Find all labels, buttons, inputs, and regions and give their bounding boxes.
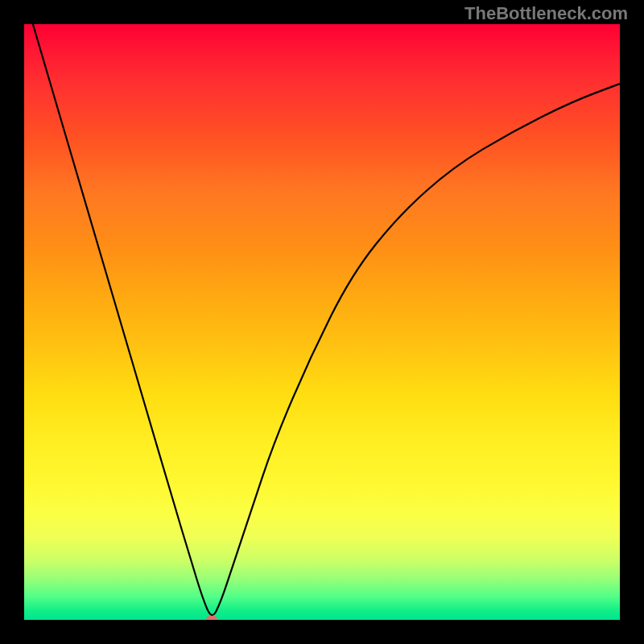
chart-curve-path <box>24 24 620 615</box>
chart-curve-svg <box>24 24 620 620</box>
watermark-text: TheBottleneck.com <box>464 3 628 24</box>
chart-plot-area <box>24 24 620 620</box>
chart-marker-dot <box>206 616 217 620</box>
